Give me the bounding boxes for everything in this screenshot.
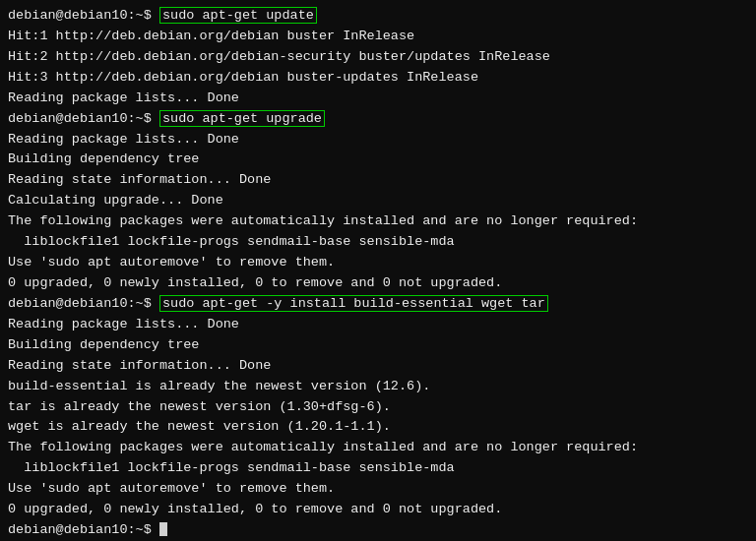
- terminal-line: Use 'sudo apt autoremove' to remove them…: [8, 479, 748, 500]
- terminal-line: Building dependency tree: [8, 150, 748, 170]
- terminal-line: liblockfile1 lockfile-progs sendmail-bas…: [8, 232, 748, 253]
- prompt-text: debian@debian10:~$: [8, 111, 159, 126]
- prompt-text: debian@debian10:~$: [8, 522, 159, 537]
- terminal-line: 0 upgraded, 0 newly installed, 0 to remo…: [8, 273, 748, 294]
- command-text: sudo apt-get -y install build-essential …: [159, 295, 548, 312]
- terminal-line: Calculating upgrade... Done: [8, 191, 748, 211]
- terminal-line: Reading package lists... Done: [8, 130, 748, 150]
- prompt-text: debian@debian10:~$: [8, 296, 159, 311]
- terminal-line: debian@debian10:~$: [8, 520, 748, 541]
- terminal-line: Hit:3 http://deb.debian.org/debian buste…: [8, 68, 748, 89]
- terminal-line: Reading package lists... Done: [8, 315, 748, 335]
- cursor: [159, 522, 167, 536]
- terminal-line: Building dependency tree: [8, 335, 748, 356]
- terminal-line: Hit:2 http://deb.debian.org/debian-secur…: [8, 47, 748, 68]
- terminal-line: tar is already the newest version (1.30+…: [8, 397, 748, 418]
- terminal-line: 0 upgraded, 0 newly installed, 0 to remo…: [8, 500, 748, 520]
- terminal-line: debian@debian10:~$ sudo apt-get upgrade: [8, 109, 748, 130]
- terminal-line: The following packages were automaticall…: [8, 438, 748, 458]
- terminal-line: build-essential is already the newest ve…: [8, 377, 748, 397]
- terminal-line: wget is already the newest version (1.20…: [8, 417, 748, 438]
- terminal-line: Hit:1 http://deb.debian.org/debian buste…: [8, 27, 748, 47]
- terminal-line: liblockfile1 lockfile-progs sendmail-bas…: [8, 458, 748, 479]
- terminal-line: Reading state information... Done: [8, 170, 748, 191]
- terminal-line: The following packages were automaticall…: [8, 211, 748, 232]
- terminal-line: debian@debian10:~$ sudo apt-get -y insta…: [8, 294, 748, 315]
- command-text: sudo apt-get upgrade: [159, 110, 325, 127]
- terminal-line: Reading state information... Done: [8, 356, 748, 377]
- terminal-line: Use 'sudo apt autoremove' to remove them…: [8, 253, 748, 273]
- terminal-line: debian@debian10:~$ sudo apt-get update: [8, 6, 748, 27]
- terminal-line: Reading package lists... Done: [8, 89, 748, 109]
- terminal-window: debian@debian10:~$ sudo apt-get updateHi…: [0, 0, 756, 541]
- prompt-text: debian@debian10:~$: [8, 8, 159, 23]
- command-text: sudo apt-get update: [159, 7, 317, 24]
